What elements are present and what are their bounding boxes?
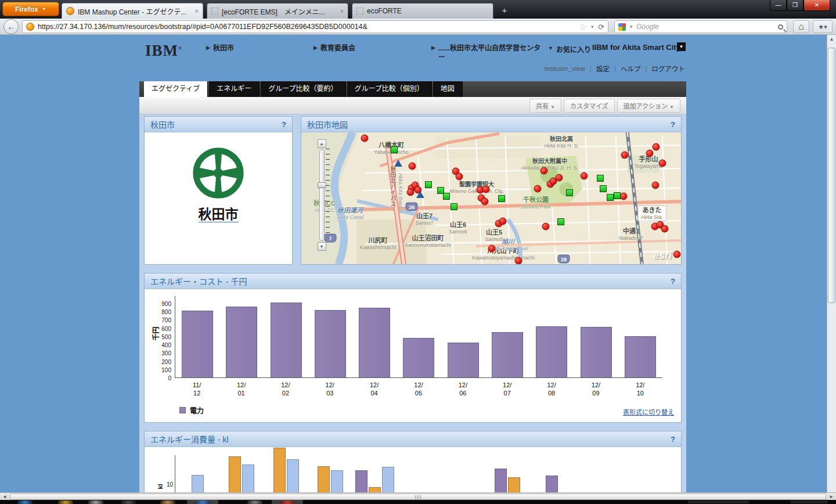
blue-marker[interactable] — [416, 191, 424, 198]
back-button[interactable]: ← — [3, 19, 19, 34]
red-marker[interactable] — [620, 193, 628, 200]
tab-グループ比較（要約）[interactable]: グループ比較（要約） — [261, 81, 345, 97]
reload-icon[interactable]: ⟳ — [598, 23, 604, 31]
red-marker[interactable] — [540, 167, 548, 175]
red-marker[interactable] — [499, 218, 507, 225]
taskbar-app-icon[interactable] — [121, 501, 136, 504]
taskbar-app-icon[interactable] — [58, 501, 73, 504]
table-view-link[interactable]: 表形式に切り替え — [623, 407, 674, 416]
city-map[interactable]: 八橋本町Yabasehoncho秋田大附属中Akitadai Fuzoku Jr… — [301, 132, 681, 264]
breadcrumb-item[interactable]: ▶秋田市 — [206, 44, 234, 53]
browser-tab[interactable]: [ecoFORTE EMS] メインメニ...× — [207, 3, 348, 19]
red-marker[interactable] — [621, 152, 629, 159]
bookmarks-button[interactable]: ★▾ — [813, 20, 833, 33]
green-marker[interactable] — [566, 189, 573, 196]
site-title[interactable]: IIBM for Akita Smart City — [592, 43, 680, 52]
taskbar-app-icon[interactable] — [247, 501, 262, 504]
new-tab-button[interactable]: + — [497, 4, 512, 17]
red-marker[interactable] — [646, 150, 654, 157]
bookmark-star-icon[interactable]: ☆ — [579, 22, 587, 31]
red-marker[interactable] — [542, 223, 550, 231]
red-marker[interactable] — [407, 189, 415, 196]
taskbar-app-icon[interactable] — [88, 501, 103, 504]
tab-地図[interactable]: 地図 — [433, 81, 463, 97]
green-marker[interactable] — [600, 185, 607, 192]
red-marker[interactable] — [409, 163, 416, 170]
red-marker[interactable] — [361, 135, 369, 142]
red-marker[interactable] — [534, 185, 542, 193]
map-zoom-in-button[interactable]: ▲ — [318, 139, 326, 148]
green-marker[interactable] — [607, 194, 614, 201]
green-marker[interactable] — [557, 218, 564, 225]
red-marker[interactable] — [456, 173, 463, 181]
red-marker[interactable] — [581, 172, 588, 180]
more-actions-button[interactable]: 追加アクション ▼ — [617, 99, 680, 113]
firefox-menu-button[interactable]: Firefox ▼ — [2, 2, 59, 16]
city-link[interactable]: 秋田市 — [199, 207, 239, 222]
minimize-button[interactable]: — — [770, 0, 787, 11]
green-marker[interactable] — [614, 192, 621, 199]
red-marker[interactable] — [481, 198, 489, 206]
taskbar-app-icon[interactable] — [280, 501, 295, 504]
help-icon[interactable]: ? — [671, 120, 675, 129]
vertical-scrollbar[interactable]: ▲ — [827, 35, 836, 492]
browser-tab[interactable]: IBM Mashup Center - エグゼクテ...× — [62, 3, 203, 19]
taskbar-app-icon[interactable] — [195, 501, 210, 504]
green-marker[interactable] — [498, 195, 505, 202]
breadcrumb-item[interactable]: ▶教育委員会 — [314, 44, 355, 53]
search-engine-dropdown-icon[interactable]: ▼ — [629, 24, 633, 30]
red-marker[interactable] — [661, 225, 669, 233]
map-zoom-out-button[interactable]: ▼ — [318, 242, 326, 251]
search-icon[interactable] — [778, 24, 783, 30]
tab-エネルギー[interactable]: エネルギー — [209, 81, 260, 97]
red-marker[interactable] — [488, 245, 496, 253]
red-marker[interactable] — [550, 178, 557, 185]
breadcrumb-item[interactable]: ▶......秋田市太平山自然学習センター — [431, 44, 542, 62]
windows-taskbar[interactable] — [0, 500, 836, 504]
user-link[interactable]: ヘルプ — [621, 64, 641, 73]
search-box[interactable]: ▼ Google — [614, 20, 787, 33]
tab-グループ比較（個別）[interactable]: グループ比較（個別） — [347, 81, 432, 97]
user-link[interactable]: 設定 — [596, 64, 610, 73]
y-tick: 400 — [161, 342, 171, 348]
scroll-up-arrow[interactable]: ▲ — [827, 35, 836, 44]
favorites-link[interactable]: ▼ お気に入り — [548, 44, 591, 54]
energy-cost-panel-header: エネルギー・コスト - 千円 ? — [145, 273, 681, 289]
close-button[interactable]: ✕ — [803, 0, 830, 11]
map-zoom-slider[interactable] — [319, 149, 325, 241]
red-marker[interactable] — [673, 251, 681, 258]
restore-button[interactable]: ❐ — [787, 0, 803, 11]
customize-button[interactable]: カスタマイズ — [564, 99, 615, 113]
browser-tab[interactable]: ecoFORTE — [352, 3, 493, 19]
url-dropdown-icon[interactable]: ▼ — [590, 24, 594, 30]
red-marker[interactable] — [482, 186, 490, 193]
tab-エグゼクティブ[interactable]: エグゼクティブ — [144, 81, 208, 97]
url-field[interactable]: https://27.34.170.136/mum/resources/boot… — [22, 20, 608, 33]
share-button[interactable]: 共有 ▼ — [529, 99, 561, 113]
start-orb[interactable] — [17, 501, 33, 504]
help-icon[interactable]: ? — [671, 435, 675, 444]
url-text[interactable]: https://27.34.170.136/mum/resources/boot… — [38, 23, 576, 31]
map-zoom-thumb[interactable] — [318, 182, 326, 188]
taskbar-app-icon[interactable] — [160, 501, 175, 504]
green-marker[interactable] — [443, 193, 450, 200]
red-marker[interactable] — [653, 143, 660, 151]
home-button[interactable]: ⌂ — [793, 20, 809, 33]
green-marker[interactable] — [451, 203, 457, 210]
search-input[interactable]: Google — [636, 23, 775, 31]
site-title-dropdown-icon[interactable]: ▼ — [677, 42, 686, 51]
red-marker[interactable] — [659, 160, 666, 167]
vertical-scroll-thumb[interactable] — [828, 48, 835, 303]
red-marker[interactable] — [652, 182, 660, 189]
horizontal-scrollbar[interactable]: ◄ ► — [0, 492, 836, 500]
green-marker[interactable] — [425, 181, 432, 188]
tab-close-icon[interactable]: × — [340, 8, 344, 15]
help-icon[interactable]: ? — [671, 277, 675, 286]
green-marker[interactable] — [597, 175, 604, 182]
red-marker[interactable] — [515, 257, 522, 265]
user-link[interactable]: ログアウト — [652, 64, 686, 73]
green-marker[interactable] — [391, 146, 398, 153]
tab-close-icon[interactable]: × — [195, 8, 199, 15]
help-icon[interactable]: ? — [282, 120, 286, 129]
horizontal-scroll-thumb[interactable] — [10, 494, 826, 500]
